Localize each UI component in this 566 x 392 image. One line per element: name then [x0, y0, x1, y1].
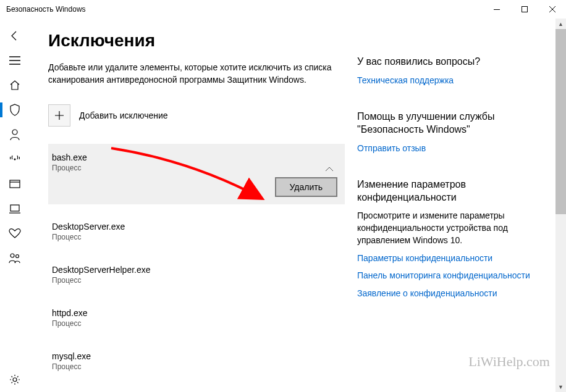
- page-description: Добавьте или удалите элементы, которые х…: [48, 62, 345, 86]
- exclusion-item[interactable]: DesktopServer.exe Процесс: [48, 215, 345, 248]
- add-exclusion-row[interactable]: Добавить исключение: [48, 104, 345, 127]
- add-button[interactable]: [48, 104, 70, 127]
- svg-rect-5: [11, 205, 19, 211]
- add-label: Добавить исключение: [79, 111, 168, 120]
- support-link[interactable]: Техническая поддержка: [357, 75, 530, 86]
- back-button[interactable]: [0, 23, 30, 48]
- device-security-icon[interactable]: [0, 196, 30, 221]
- questions-section: У вас появились вопросы? Техническая под…: [357, 56, 530, 86]
- svg-point-2: [12, 130, 17, 135]
- exclusion-name: httpd.exe: [52, 308, 336, 318]
- svg-point-6: [11, 254, 14, 257]
- delete-button[interactable]: Удалить: [275, 177, 337, 197]
- svg-rect-0: [494, 9, 500, 10]
- plus-icon: [54, 111, 64, 120]
- scrollbar[interactable]: ▲ ▼: [555, 19, 566, 392]
- exclusion-name: DesktopServer.exe: [52, 222, 336, 231]
- shield-icon[interactable]: [0, 98, 30, 122]
- scroll-down-icon[interactable]: ▼: [555, 382, 566, 392]
- exclusion-type: Процесс: [52, 319, 336, 328]
- privacy-link[interactable]: Параметры конфиденциальности: [357, 252, 530, 264]
- exclusion-name: DesktopServerHelper.exe: [52, 265, 336, 275]
- exclusion-item[interactable]: httpd.exe Процесс: [48, 302, 345, 334]
- section-text: Просмотрите и измените параметры конфиде…: [357, 210, 530, 246]
- exclusion-type: Процесс: [52, 276, 336, 285]
- firewall-icon[interactable]: [0, 147, 30, 172]
- privacy-section: Изменение параметров конфиденциальности …: [357, 178, 530, 299]
- sidebar: [0, 19, 30, 392]
- maximize-button[interactable]: [510, 0, 538, 19]
- section-heading: Помощь в улучшении службы "Безопасность …: [357, 111, 530, 136]
- close-button[interactable]: [538, 0, 566, 19]
- page-title: Исключения: [48, 31, 345, 51]
- svg-rect-1: [522, 7, 527, 12]
- scroll-up-icon[interactable]: ▲: [555, 19, 566, 29]
- exclusion-type: Процесс: [52, 164, 336, 172]
- feedback-link[interactable]: Отправить отзыв: [357, 143, 530, 154]
- scroll-thumb[interactable]: [555, 29, 566, 214]
- privacy-link[interactable]: Заявление о конфиденциальности: [357, 288, 530, 299]
- help-section: Помощь в улучшении службы "Безопасность …: [357, 111, 530, 154]
- family-icon[interactable]: [0, 246, 30, 270]
- privacy-link[interactable]: Панель мониторинга конфиденциальности: [357, 270, 530, 281]
- svg-point-3: [14, 159, 16, 161]
- exclusion-item[interactable]: bash.exe Процесс Удалить: [48, 144, 345, 204]
- watermark: LiWiHelp.com: [468, 354, 550, 370]
- section-heading: У вас появились вопросы?: [357, 56, 530, 69]
- exclusion-type: Процесс: [52, 362, 336, 371]
- window-title: Безопасность Windows: [6, 5, 483, 14]
- device-health-icon[interactable]: [0, 221, 30, 246]
- account-icon[interactable]: [0, 122, 30, 147]
- chevron-up-icon[interactable]: [325, 164, 334, 173]
- window-controls: [483, 0, 566, 19]
- svg-point-7: [16, 255, 19, 258]
- minimize-button[interactable]: [483, 0, 510, 19]
- app-control-icon[interactable]: [0, 172, 30, 196]
- settings-icon[interactable]: [0, 367, 30, 392]
- exclusion-type: Процесс: [52, 233, 336, 241]
- exclusion-item[interactable]: DesktopServerHelper.exe Процесс: [48, 259, 345, 291]
- exclusion-name: mysql.exe: [52, 351, 336, 361]
- hamburger-icon[interactable]: [0, 48, 30, 73]
- home-icon[interactable]: [0, 73, 30, 98]
- exclusion-name: bash.exe: [52, 152, 336, 162]
- titlebar: Безопасность Windows: [0, 0, 566, 19]
- section-heading: Изменение параметров конфиденциальности: [357, 178, 530, 204]
- svg-point-8: [13, 378, 17, 382]
- svg-rect-4: [10, 180, 20, 188]
- exclusion-item[interactable]: mysql.exe Процесс: [48, 345, 345, 377]
